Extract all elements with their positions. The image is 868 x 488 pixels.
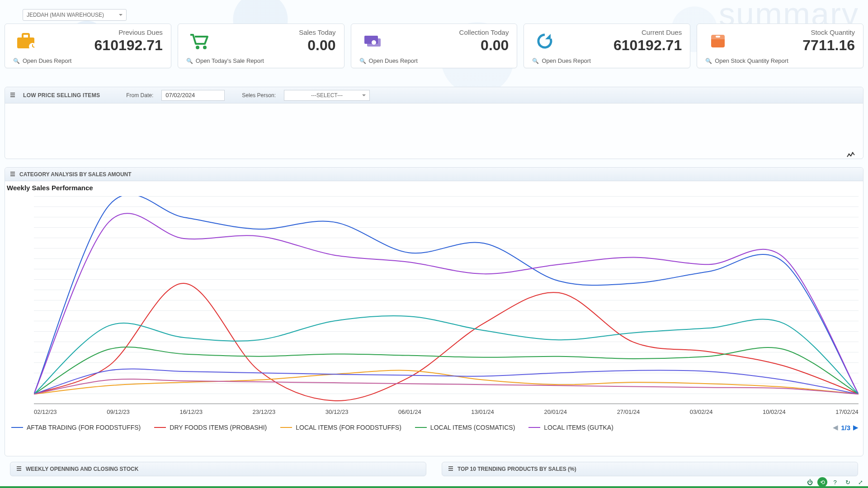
card-label: Current Dues	[613, 28, 682, 36]
legend-item[interactable]: LOCAL ITEMS (FOR FOODSTUFFS)	[280, 424, 401, 431]
x-tick-label: 30/12/23	[326, 408, 349, 415]
chart-plot-area	[34, 196, 859, 404]
summary-card-briefcase: Previous Dues610192.71🔍Open Dues Report	[5, 23, 171, 68]
x-tick-label: 16/12/23	[179, 408, 203, 415]
sync-icon[interactable]: ⟲	[817, 477, 827, 487]
legend-page: 1/3	[841, 424, 850, 432]
box-icon	[705, 31, 731, 51]
legend-label: LOCAL ITEMS (GUTKA)	[544, 424, 613, 431]
report-icon: 🔍	[186, 58, 193, 64]
briefcase-icon	[13, 31, 38, 51]
legend-prev-button[interactable]: ◀	[833, 423, 838, 432]
x-tick-label: 13/01/24	[471, 408, 494, 415]
x-tick-label: 03/02/24	[690, 408, 713, 415]
refresh-icon[interactable]: ↻	[843, 477, 853, 487]
legend-label: DRY FOODS ITEMS (PROBASHI)	[170, 424, 267, 431]
card-report-link[interactable]: 🔍Open Dues Report	[359, 57, 509, 64]
svg-rect-1	[23, 34, 29, 38]
card-value: 610192.71	[613, 37, 682, 54]
legend-label: AFTAB TRADING (FOR FOODSTUFFS)	[27, 424, 141, 431]
svg-point-3	[196, 46, 199, 49]
summary-card-refresh: Current Dues610192.71🔍Open Dues Report	[524, 23, 690, 68]
card-report-link[interactable]: 🔍Open Stock Quantity Report	[705, 57, 855, 64]
warehouse-select-value: JEDDAH (MAIN WAREHOUSE)	[27, 12, 104, 18]
card-value: 0.00	[459, 37, 509, 54]
chart-panel-title: CATEGORY ANALYSIS BY SALES AMOUNT	[19, 171, 132, 178]
legend-item[interactable]: DRY FOODS ITEMS (PROBASHI)	[154, 424, 267, 431]
legend-item[interactable]: AFTAB TRADING (FOR FOODSTUFFS)	[11, 424, 141, 431]
report-icon: 🔍	[359, 58, 366, 64]
category-chart-panel: CATEGORY ANALYSIS BY SALES AMOUNT Weekly…	[5, 167, 863, 456]
report-icon: 🔍	[705, 58, 712, 64]
list-icon	[448, 466, 453, 472]
chart-legend: AFTAB TRADING (FOR FOODSTUFFS)DRY FOODS …	[11, 423, 859, 432]
list-icon	[10, 171, 15, 178]
x-tick-label: 02/12/23	[34, 408, 57, 415]
card-report-link[interactable]: 🔍Open Today's Sale Report	[186, 57, 336, 64]
legend-next-button[interactable]: ▶	[853, 423, 859, 432]
money-icon	[359, 31, 385, 51]
svg-point-11	[849, 154, 850, 155]
low-price-panel: LOW PRICE SELLING ITEMS From Date: 07/02…	[5, 87, 863, 159]
svg-point-4	[203, 46, 207, 49]
card-report-link[interactable]: 🔍Open Dues Report	[13, 57, 163, 64]
warehouse-select[interactable]: JEDDAH (MAIN WAREHOUSE)	[23, 9, 127, 21]
list-icon	[10, 92, 15, 99]
report-icon: 🔍	[532, 58, 539, 64]
legend-item[interactable]: LOCAL ITEMS (GUTKA)	[528, 424, 613, 431]
sales-person-label: Seles Person:	[242, 92, 276, 99]
legend-swatch	[528, 427, 540, 428]
x-tick-label: 17/02/24	[835, 408, 859, 415]
x-tick-label: 09/12/23	[107, 408, 130, 415]
legend-swatch	[280, 427, 292, 428]
x-tick-label: 20/01/24	[544, 408, 567, 415]
weekly-stock-panel-header[interactable]: WEEKLY OPENNING AND CLOSING STOCK	[10, 462, 426, 476]
summary-card-cart: Sales Today0.00🔍Open Today's Sale Report	[178, 23, 344, 68]
card-label: Previous Dues	[94, 28, 163, 36]
from-date-value: 07/02/2024	[165, 92, 195, 99]
card-value: 610192.71	[94, 37, 163, 54]
chevron-down-icon	[362, 94, 366, 98]
list-icon	[17, 466, 21, 472]
x-tick-label: 10/02/24	[763, 408, 786, 415]
legend-swatch	[415, 427, 427, 428]
chevron-down-icon	[119, 14, 123, 18]
card-label: Sales Today	[299, 28, 335, 36]
refresh-icon	[532, 31, 557, 51]
card-report-link[interactable]: 🔍Open Dues Report	[532, 57, 682, 64]
sales-person-select[interactable]: ---SELECT---	[284, 90, 370, 101]
chart-title: Weekly Sales Performance	[5, 181, 863, 194]
from-date-label: From Date:	[126, 92, 153, 99]
legend-label: LOCAL ITEMS (COSMATICS)	[430, 424, 515, 431]
x-tick-label: 06/01/24	[398, 408, 421, 415]
svg-rect-10	[716, 36, 720, 38]
from-date-input[interactable]: 07/02/2024	[161, 90, 225, 101]
chart-x-axis: 02/12/2309/12/2316/12/2323/12/2330/12/23…	[34, 408, 859, 415]
expand-icon[interactable]: ⤢	[855, 477, 865, 487]
power-icon[interactable]: ⏻	[805, 477, 815, 487]
legend-label: LOCAL ITEMS (FOR FOODSTUFFS)	[296, 424, 401, 431]
x-tick-label: 23/12/23	[253, 408, 276, 415]
svg-point-12	[852, 152, 854, 154]
x-tick-label: 27/01/24	[617, 408, 640, 415]
summary-card-box: Stock Quantity7711.16🔍Open Stock Quantit…	[697, 23, 863, 68]
summary-card-money: Collection Today0.00🔍Open Dues Report	[351, 23, 518, 68]
card-value: 0.00	[299, 37, 335, 54]
report-icon: 🔍	[13, 58, 20, 64]
chart-toggle-icon[interactable]	[847, 152, 855, 160]
help-icon[interactable]: ?	[830, 477, 840, 487]
card-value: 7711.16	[802, 37, 855, 54]
legend-swatch	[154, 427, 166, 428]
card-label: Collection Today	[459, 28, 509, 36]
footer-toolbar: ⏻ ⟲ ? ↻ ⤢	[805, 477, 865, 487]
legend-swatch	[11, 427, 23, 428]
top10-title: TOP 10 TRENDING PRODUCTS BY SALES (%)	[458, 466, 576, 472]
weekly-stock-title: WEEKLY OPENNING AND CLOSING STOCK	[26, 466, 138, 472]
cart-icon	[186, 31, 212, 51]
low-price-title: LOW PRICE SELLING ITEMS	[23, 92, 100, 99]
sales-person-placeholder: ---SELECT---	[311, 92, 343, 99]
svg-point-7	[372, 40, 376, 45]
legend-item[interactable]: LOCAL ITEMS (COSMATICS)	[415, 424, 515, 431]
card-label: Stock Quantity	[802, 28, 855, 36]
top10-panel-header[interactable]: TOP 10 TRENDING PRODUCTS BY SALES (%)	[442, 462, 858, 476]
